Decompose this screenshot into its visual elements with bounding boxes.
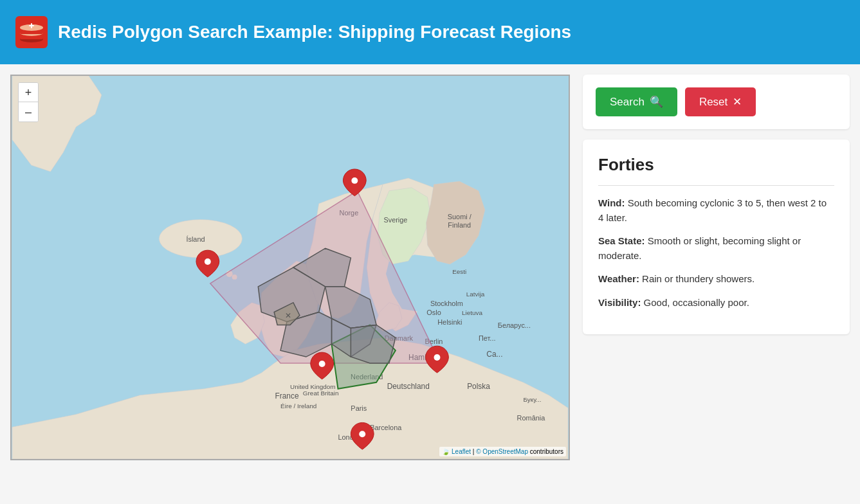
svg-text:Lietuva: Lietuva: [462, 309, 482, 316]
svg-text:Helsinki: Helsinki: [437, 318, 462, 326]
svg-text:Latvija: Latvija: [466, 291, 485, 298]
search-button-label: Search: [610, 96, 645, 109]
osm-attribution: | © OpenStreetMap contributors: [473, 448, 563, 455]
svg-text:Буку...: Буку...: [524, 396, 542, 403]
search-icon: 🔍: [650, 95, 663, 109]
leaflet-badge: 🍃 Leaflet: [442, 448, 471, 455]
region-name: Forties: [598, 155, 834, 175]
zoom-out-button[interactable]: –: [19, 102, 38, 122]
page-title: Redis Polygon Search Example: Shipping F…: [58, 22, 571, 42]
weather-row: Weather: Rain or thundery showers.: [598, 272, 834, 287]
svg-text:Éire / Ireland: Éire / Ireland: [280, 402, 316, 410]
svg-text:Ísland: Ísland: [186, 235, 205, 243]
app-header: Redis Polygon Search Example: Shipping F…: [0, 0, 860, 64]
svg-text:Са...: Са...: [486, 350, 502, 359]
svg-text:Пет...: Пет...: [479, 334, 495, 342]
svg-text:Great Britain: Great Britain: [303, 390, 339, 397]
weather-value: Rain or thundery showers.: [642, 273, 755, 284]
weather-label: Weather:: [598, 273, 639, 284]
svg-text:Oslo: Oslo: [426, 309, 441, 316]
svg-text:France: France: [275, 392, 299, 401]
wind-value: South becoming cyclonic 3 to 5, then wes…: [598, 197, 827, 223]
button-row: Search 🔍 Reset ✕: [583, 75, 850, 129]
right-panel: Search 🔍 Reset ✕ Forties Wind: South bec…: [583, 75, 850, 334]
reset-button-label: Reset: [699, 96, 727, 109]
svg-text:✕: ✕: [285, 311, 291, 320]
svg-point-51: [205, 258, 211, 265]
svg-point-52: [351, 177, 358, 184]
svg-text:Paris: Paris: [351, 405, 367, 413]
svg-text:Deutschland: Deutschland: [387, 382, 430, 391]
map-attribution: 🍃 Leaflet | © OpenStreetMap contributors: [439, 447, 566, 456]
zoom-in-button[interactable]: +: [19, 83, 38, 102]
visibility-value: Good, occasionally poor.: [644, 297, 749, 308]
map-svg: Ísland Sverige Norge Suomi / Finland Ees…: [12, 76, 569, 459]
svg-text:Sverige: Sverige: [383, 216, 407, 224]
svg-text:Беларус...: Беларус...: [498, 321, 531, 329]
main-content: + –: [0, 64, 860, 471]
info-panel: Forties Wind: South becoming cyclonic 3 …: [583, 140, 850, 334]
leaflet-link[interactable]: Leaflet: [452, 448, 471, 455]
reset-icon: ✕: [733, 95, 742, 109]
svg-text:Eesti: Eesti: [452, 268, 466, 275]
osm-link[interactable]: © OpenStreetMap: [476, 448, 528, 455]
svg-text:Barcelona: Barcelona: [370, 424, 402, 431]
zoom-controls: + –: [18, 82, 39, 122]
sea-state-row: Sea State: Smooth or slight, becoming sl…: [598, 234, 834, 263]
svg-text:România: România: [517, 414, 546, 422]
wind-row: Wind: South becoming cyclonic 3 to 5, th…: [598, 196, 834, 225]
visibility-row: Visibility: Good, occasionally poor.: [598, 296, 834, 310]
svg-point-54: [434, 354, 441, 361]
svg-text:Finland: Finland: [448, 221, 471, 229]
reset-button[interactable]: Reset ✕: [685, 87, 756, 116]
search-button[interactable]: Search 🔍: [596, 87, 677, 116]
sea-state-label: Sea State:: [598, 235, 645, 246]
svg-text:Stockholm: Stockholm: [430, 300, 463, 307]
wind-label: Wind:: [598, 197, 625, 208]
svg-rect-7: [31, 23, 32, 28]
svg-point-55: [359, 431, 365, 437]
info-divider: [598, 185, 834, 186]
redis-logo-icon: [15, 16, 48, 48]
map-container[interactable]: + –: [10, 75, 570, 460]
svg-point-53: [319, 361, 325, 367]
visibility-label: Visibility:: [598, 297, 641, 308]
svg-text:Suomi /: Suomi /: [448, 213, 472, 221]
svg-text:Polska: Polska: [467, 382, 490, 391]
